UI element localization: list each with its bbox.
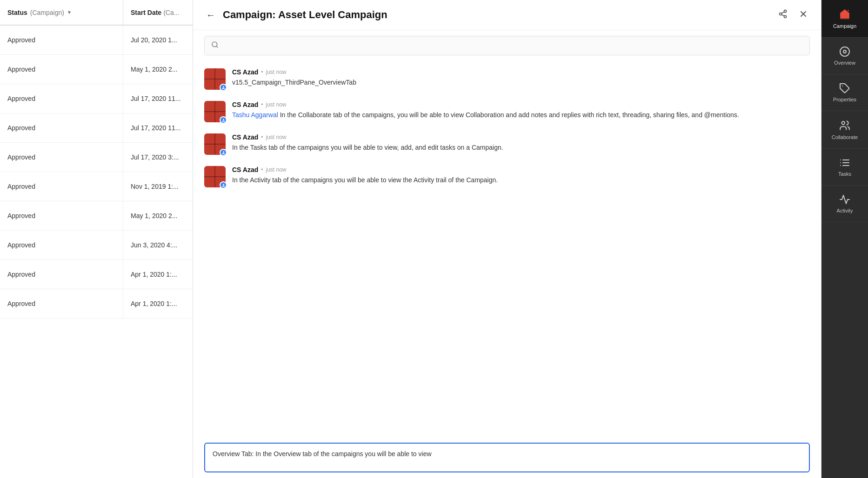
table-rows: Approved Jul 20, 2020 1... Approved May … [0, 26, 193, 478]
table-row[interactable]: Approved Jul 20, 2020 1... [0, 26, 193, 55]
sidebar-item-activity[interactable]: Activity [821, 186, 868, 222]
svg-rect-10 [843, 15, 847, 19]
collaborate-icon [839, 120, 851, 132]
user-badge [220, 116, 227, 124]
campaign-label: Campaign [833, 23, 856, 29]
table-row[interactable]: Approved Jul 17, 2020 11... [0, 84, 193, 113]
table-row[interactable]: Approved Jul 17, 2020 11... [0, 113, 193, 143]
message-content: CS Azad • just now Tashu Aggarwal In the… [232, 101, 810, 120]
avatar-wrapper [204, 68, 226, 90]
cell-date: Jun 3, 2020 4:... [123, 241, 185, 249]
message-dot: • [261, 69, 263, 75]
message-content: CS Azad • just now v15.5_Campaign_ThirdP… [232, 68, 810, 87]
cell-date: May 1, 2020 2... [123, 66, 185, 73]
tasks-icon [839, 157, 850, 168]
startdate-sub-label: (Ca... [163, 9, 179, 16]
avatar-wrapper [204, 101, 226, 122]
table-row[interactable]: Approved Jun 3, 2020 4:... [0, 231, 193, 260]
message-text: Tashu Aggarwal In the Collaborate tab of… [232, 110, 810, 120]
cell-date: Nov 1, 2019 1:... [123, 183, 186, 190]
table-row[interactable]: Approved Apr 1, 2020 1:... [0, 289, 193, 319]
back-button[interactable]: ← [204, 8, 217, 22]
svg-line-4 [781, 12, 784, 13]
sidebar-item-tasks[interactable]: Tasks [821, 149, 868, 186]
user-badge [220, 181, 227, 189]
table-row[interactable]: Approved May 1, 2020 2... [0, 55, 193, 84]
message-meta: CS Azad • just now [232, 68, 810, 76]
cell-status: Approved [0, 84, 123, 113]
compose-area[interactable]: Overview Tab: In the Overview tab of the… [204, 443, 810, 472]
sidebar-item-overview[interactable]: Overview [821, 38, 868, 74]
table-row[interactable]: Approved May 1, 2020 2... [0, 201, 193, 231]
message-dot: • [261, 134, 263, 140]
cell-date: Jul 17, 2020 11... [123, 95, 188, 102]
properties-label: Properties [833, 97, 856, 102]
message-item: CS Azad • just now In the Activity tab o… [204, 166, 810, 187]
cell-date: Jul 17, 2020 3:... [123, 153, 187, 161]
cell-date: May 1, 2020 2... [123, 212, 185, 219]
collaborate-label: Collaborate [832, 134, 858, 140]
activity-label: Activity [837, 208, 853, 213]
table-row[interactable]: Approved Jul 17, 2020 3:... [0, 143, 193, 172]
status-dropdown-arrow[interactable]: ▼ [67, 10, 72, 15]
message-text: v15.5_Campaign_ThirdPane_OverviewTab [232, 78, 810, 87]
message-item: CS Azad • just now In the Tasks tab of t… [204, 133, 810, 155]
overview-label: Overview [834, 60, 855, 66]
messages-area: CS Azad • just now v15.5_Campaign_ThirdP… [193, 61, 821, 437]
startdate-label: Start Date [131, 9, 161, 16]
cell-status: Approved [0, 55, 123, 84]
cell-status: Approved [0, 289, 123, 318]
message-author: CS Azad [232, 133, 258, 141]
message-text: In the Tasks tab of the campaigns you wi… [232, 143, 810, 153]
panel-title: Campaign: Asset Level Campaign [223, 9, 771, 21]
message-dot: • [261, 101, 263, 108]
right-sidebar: Campaign Overview Properties [821, 0, 868, 478]
search-input[interactable] [223, 42, 803, 49]
cell-date: Apr 1, 2020 1:... [123, 300, 185, 307]
message-author: CS Azad [232, 101, 258, 108]
message-meta: CS Azad • just now [232, 166, 810, 173]
close-button[interactable] [797, 7, 810, 23]
message-item: CS Azad • just now v15.5_Campaign_ThirdP… [204, 68, 810, 90]
message-author: CS Azad [232, 68, 258, 76]
message-author: CS Azad [232, 166, 258, 173]
cell-status: Approved [0, 260, 123, 289]
left-panel: Status (Campaign) ▼ Start Date (Ca... Ap… [0, 0, 193, 478]
sidebar-item-collaborate[interactable]: Collaborate [821, 111, 868, 149]
table-row[interactable]: Approved Nov 1, 2019 1:... [0, 172, 193, 201]
user-badge [220, 84, 227, 91]
message-item: CS Azad • just now Tashu Aggarwal In the… [204, 101, 810, 122]
user-badge [220, 149, 227, 156]
message-meta: CS Azad • just now [232, 101, 810, 108]
avatar-wrapper [204, 133, 226, 155]
close-icon [799, 9, 808, 19]
svg-point-14 [842, 121, 845, 125]
status-sub-label: (Campaign) [30, 9, 64, 16]
sidebar-item-campaign[interactable]: Campaign [821, 0, 868, 38]
table-row[interactable]: Approved Apr 1, 2020 1:... [0, 260, 193, 289]
mention: Tashu Aggarwal [232, 111, 278, 119]
properties-icon [839, 83, 850, 94]
cell-date: Jul 20, 2020 1... [123, 36, 185, 44]
share-icon [778, 9, 788, 19]
table-header: Status (Campaign) ▼ Start Date (Ca... [0, 0, 193, 26]
message-text: In the Activity tab of the campaigns you… [232, 175, 810, 185]
search-icon [211, 41, 219, 50]
column-status-header[interactable]: Status (Campaign) ▼ [0, 0, 123, 25]
message-meta: CS Azad • just now [232, 133, 810, 141]
tasks-label: Tasks [838, 171, 851, 177]
search-bar[interactable] [204, 36, 810, 55]
activity-icon [839, 194, 850, 205]
svg-point-11 [840, 47, 849, 56]
message-content: CS Azad • just now In the Activity tab o… [232, 166, 810, 185]
sidebar-item-properties[interactable]: Properties [821, 74, 868, 111]
cell-status: Approved [0, 201, 123, 230]
share-button[interactable] [776, 7, 789, 23]
campaign-icon [839, 8, 851, 20]
cell-status: Approved [0, 172, 123, 201]
svg-point-12 [843, 50, 846, 53]
status-label: Status [7, 9, 27, 16]
message-time: just now [266, 134, 286, 140]
cell-status: Approved [0, 143, 123, 172]
avatar-wrapper [204, 166, 226, 187]
